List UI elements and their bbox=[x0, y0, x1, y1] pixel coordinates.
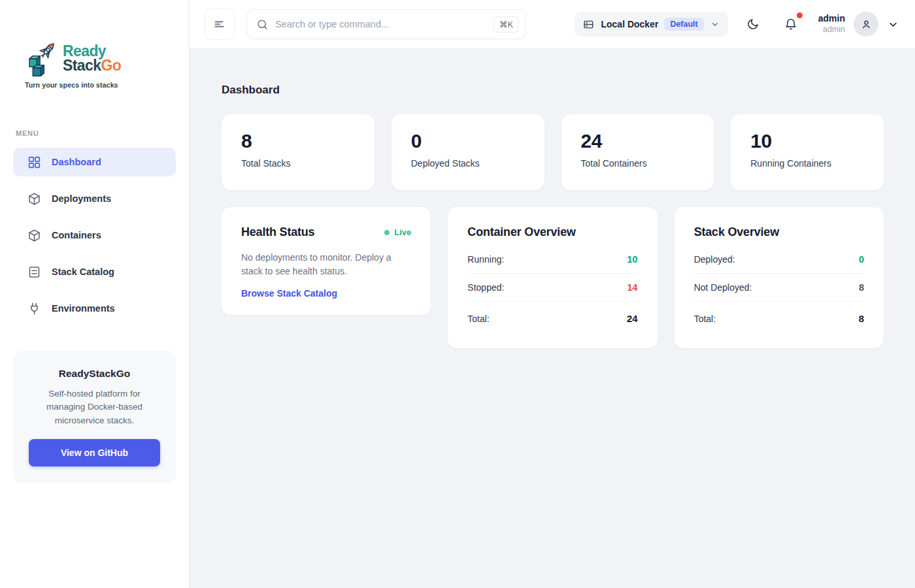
cube-icon bbox=[27, 192, 41, 206]
sidebar-item-containers[interactable]: Containers bbox=[13, 221, 176, 250]
rocket-cubes-logo-icon bbox=[25, 38, 61, 80]
row-label: Not Deployed: bbox=[694, 282, 752, 293]
brand-tagline: Turn your specs into stacks bbox=[25, 81, 136, 89]
stat-card-deployed-stacks: 0 Deployed Stacks bbox=[391, 114, 544, 190]
search-shortcut-badge: ⌘K bbox=[493, 16, 519, 33]
stat-label: Total Stacks bbox=[241, 158, 355, 169]
stack-overview-card: Stack Overview Deployed: 0 Not Deployed:… bbox=[674, 207, 884, 348]
row-label: Stopped: bbox=[467, 282, 504, 293]
health-status-card: Health Status Live No deployments to mon… bbox=[222, 207, 431, 315]
overview-row-total: Total: 8 bbox=[694, 302, 864, 333]
row-value: 10 bbox=[627, 254, 638, 265]
row-label: Total: bbox=[694, 314, 716, 324]
row-value: 14 bbox=[627, 282, 638, 293]
brand-wordmark: Ready StackGo bbox=[63, 44, 121, 80]
live-dot-icon bbox=[384, 230, 390, 235]
stat-card-running-containers: 10 Running Containers bbox=[731, 114, 884, 190]
overview-row-total: Total: 24 bbox=[467, 302, 637, 333]
command-search: ⌘K bbox=[246, 9, 526, 39]
brand-stack: Stack bbox=[63, 57, 101, 74]
stat-label: Running Containers bbox=[750, 158, 864, 169]
sidebar-item-dashboard[interactable]: Dashboard bbox=[13, 148, 176, 176]
promo-title: ReadyStackGo bbox=[29, 368, 160, 380]
environment-selector[interactable]: Local Docker Default bbox=[574, 12, 727, 37]
chevron-down-icon bbox=[710, 19, 720, 29]
browse-stack-catalog-link[interactable]: Browse Stack Catalog bbox=[241, 288, 337, 299]
search-icon bbox=[256, 18, 269, 31]
user-name: admin bbox=[818, 13, 845, 25]
main-area: ⌘K Local Docker Default bbox=[190, 0, 915, 588]
sidebar-item-deployments[interactable]: Deployments bbox=[13, 184, 176, 213]
health-status-message: No deployments to monitor. Deploy a stac… bbox=[241, 251, 411, 278]
user-icon bbox=[860, 18, 873, 31]
brand-logo: Ready StackGo Turn your specs into stack… bbox=[25, 38, 136, 89]
stat-card-total-stacks: 8 Total Stacks bbox=[222, 114, 374, 190]
sidebar-item-environments[interactable]: Environments bbox=[13, 294, 176, 323]
search-input[interactable] bbox=[275, 19, 487, 29]
stat-value: 0 bbox=[411, 130, 525, 152]
view-on-github-button[interactable]: View on GitHub bbox=[29, 439, 160, 466]
row-value: 24 bbox=[627, 313, 638, 324]
stats-grid: 8 Total Stacks 0 Deployed Stacks 24 Tota… bbox=[222, 114, 884, 190]
container-overview-title: Container Overview bbox=[467, 225, 637, 239]
user-avatar[interactable] bbox=[854, 12, 878, 37]
theme-toggle-button[interactable] bbox=[742, 14, 763, 35]
row-label: Total: bbox=[467, 314, 489, 324]
sidebar-item-stack-catalog[interactable]: Stack Catalog bbox=[13, 257, 176, 286]
notification-dot bbox=[797, 12, 803, 18]
row-value: 8 bbox=[859, 313, 864, 324]
sidebar-promo-card: ReadyStackGo Self-hosted platform for ma… bbox=[13, 351, 176, 483]
sidebar-item-label: Containers bbox=[52, 230, 101, 240]
user-role: admin bbox=[818, 25, 845, 35]
chevron-down-icon bbox=[887, 18, 899, 31]
page-title: Dashboard bbox=[222, 84, 884, 97]
dashboard-content: Dashboard 8 Total Stacks 0 Deployed Stac… bbox=[190, 49, 915, 588]
plug-icon bbox=[27, 302, 41, 316]
app-root: Ready StackGo Turn your specs into stack… bbox=[0, 0, 915, 588]
sidebar-item-label: Environments bbox=[52, 303, 115, 314]
stack-overview-title: Stack Overview bbox=[694, 225, 864, 239]
live-label: Live bbox=[394, 227, 411, 237]
user-info: admin admin bbox=[818, 13, 845, 35]
brand-go: Go bbox=[101, 57, 121, 74]
user-menu-button[interactable] bbox=[887, 18, 899, 31]
sidebar-nav: Dashboard Deployments Containers Stack C… bbox=[0, 148, 189, 323]
sidebar-item-label: Stack Catalog bbox=[52, 267, 114, 277]
overview-row-deployed: Deployed: 0 bbox=[694, 246, 864, 274]
server-icon bbox=[582, 18, 595, 31]
bell-icon bbox=[784, 18, 797, 31]
stat-label: Total Containers bbox=[581, 158, 695, 169]
menu-icon bbox=[212, 17, 227, 31]
row-label: Deployed: bbox=[694, 254, 735, 265]
sidebar-item-label: Dashboard bbox=[52, 157, 101, 167]
stat-value: 10 bbox=[750, 130, 864, 152]
environment-name: Local Docker bbox=[601, 19, 658, 29]
promo-description: Self-hosted platform for managing Docker… bbox=[29, 387, 160, 427]
list-icon bbox=[27, 265, 41, 279]
live-badge: Live bbox=[384, 227, 411, 237]
environment-default-badge: Default bbox=[664, 18, 703, 31]
sidebar-toggle-button[interactable] bbox=[204, 8, 235, 40]
grid-icon bbox=[27, 155, 41, 169]
overview-grid: Health Status Live No deployments to mon… bbox=[222, 207, 884, 348]
row-label: Running: bbox=[467, 254, 504, 265]
stat-value: 8 bbox=[241, 130, 355, 152]
cube-icon bbox=[27, 229, 41, 242]
sidebar-item-label: Deployments bbox=[52, 193, 111, 204]
health-status-title: Health Status bbox=[241, 225, 314, 239]
stat-card-total-containers: 24 Total Containers bbox=[561, 114, 714, 190]
overview-row-running: Running: 10 bbox=[467, 246, 637, 274]
sidebar: Ready StackGo Turn your specs into stack… bbox=[0, 0, 190, 588]
row-value: 8 bbox=[859, 282, 864, 293]
overview-row-not-deployed: Not Deployed: 8 bbox=[694, 274, 864, 302]
stat-value: 24 bbox=[581, 130, 695, 152]
menu-section-label: MENU bbox=[16, 129, 189, 137]
notifications-button[interactable] bbox=[780, 14, 801, 35]
topbar: ⌘K Local Docker Default bbox=[190, 0, 915, 49]
container-overview-card: Container Overview Running: 10 Stopped: … bbox=[448, 207, 657, 348]
row-value: 0 bbox=[859, 254, 864, 265]
overview-row-stopped: Stopped: 14 bbox=[467, 274, 637, 302]
stat-label: Deployed Stacks bbox=[411, 158, 525, 169]
moon-icon bbox=[746, 18, 759, 31]
